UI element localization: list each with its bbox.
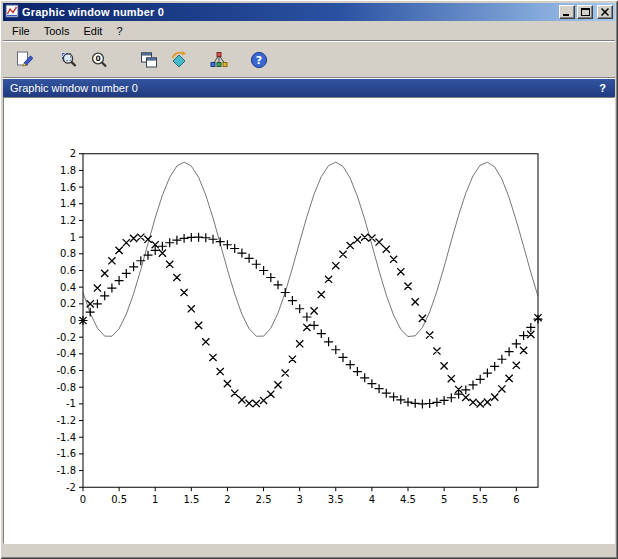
x-tick-label: 0.5 (111, 494, 127, 505)
titlebar: Graphic window number 0 (3, 3, 615, 21)
maximize-button[interactable] (577, 5, 593, 19)
pen-icon (15, 50, 35, 70)
y-tick-label: 1 (70, 232, 76, 243)
y-tick-label: -0.6 (57, 365, 76, 376)
y-tick-label: 0.4 (60, 282, 76, 293)
y-tick-label: -0.8 (57, 382, 76, 393)
y-tick-label: 0 (70, 315, 76, 326)
minimize-button[interactable] (559, 5, 575, 19)
y-tick-label: 1.4 (60, 198, 76, 209)
svg-text:0: 0 (95, 54, 100, 63)
y-tick-label: -1 (66, 398, 76, 409)
help-button[interactable]: ? (245, 46, 273, 74)
x-tick-label: 5 (441, 494, 447, 505)
menu-edit[interactable]: Edit (76, 22, 109, 40)
help-icon: ? (249, 50, 269, 70)
figure-infobar: Graphic window number 0 ? (3, 78, 615, 97)
y-tick-label: 1.6 (60, 182, 76, 193)
copy-figure-button[interactable] (135, 46, 163, 74)
copy-figure-icon (139, 50, 159, 70)
cross-markers-sin-2x (79, 234, 541, 408)
menu-help[interactable]: ? (109, 22, 129, 40)
y-tick-label: 0.2 (60, 298, 76, 309)
x-tick-label: 4 (369, 494, 375, 505)
menu-tools[interactable]: Tools (37, 22, 77, 40)
unzoom-icon: 0 (89, 50, 109, 70)
svg-text:?: ? (256, 53, 262, 66)
close-button[interactable] (597, 5, 613, 19)
pen-button[interactable] (11, 46, 39, 74)
rotate-3d-icon (169, 50, 189, 70)
x-tick-label: 5.5 (472, 494, 488, 505)
y-tick-label: 2 (70, 148, 76, 159)
y-tick-label: 1.8 (60, 165, 76, 176)
x-tick-label: 2 (224, 494, 230, 505)
x-tick-label: 1 (152, 494, 158, 505)
menu-file[interactable]: File (5, 22, 37, 40)
app-icon (5, 4, 19, 20)
toolbar: 0 (3, 41, 615, 78)
infobar-help-button[interactable]: ? (597, 82, 608, 94)
x-tick-label: 2.5 (256, 494, 272, 505)
window-title: Graphic window number 0 (22, 6, 556, 18)
y-tick-label: -1.8 (57, 465, 76, 476)
y-tick-label: 0.6 (60, 265, 76, 276)
zoom-area-icon (59, 50, 79, 70)
thin-sine-line (83, 162, 538, 336)
x-tick-label: 1.5 (183, 494, 199, 505)
x-tick-label: 3 (296, 494, 302, 505)
graphic-window: Graphic window number 0 File Tools Edit … (0, 0, 618, 559)
figure-title: Graphic window number 0 (10, 82, 138, 94)
y-tick-label: 0.8 (60, 248, 76, 259)
status-strip (3, 544, 615, 556)
x-tick-label: 6 (513, 494, 519, 505)
axes-box (83, 154, 538, 488)
y-tick-label: -1.6 (57, 448, 76, 459)
rotate-3d-button[interactable] (165, 46, 193, 74)
chart-svg: 00.511.522.533.544.555.5621.81.61.41.210… (4, 98, 614, 543)
y-tick-label: -1.4 (57, 432, 76, 443)
graphic-editor-button[interactable] (205, 46, 233, 74)
plot-canvas[interactable]: 00.511.522.533.544.555.5621.81.61.41.210… (3, 97, 615, 544)
y-tick-label: -2 (66, 482, 76, 493)
window-controls (559, 5, 613, 19)
x-tick-label: 0 (80, 494, 86, 505)
y-tick-label: -1.2 (57, 415, 76, 426)
x-tick-label: 3.5 (328, 494, 344, 505)
y-tick-label: 1.2 (60, 215, 76, 226)
menubar: File Tools Edit ? (3, 21, 615, 41)
plus-markers-sin-x (79, 233, 543, 409)
graphic-editor-icon (209, 50, 229, 70)
zoom-area-button[interactable] (55, 46, 83, 74)
x-tick-label: 4.5 (400, 494, 416, 505)
y-tick-label: -0.2 (57, 332, 76, 343)
y-tick-label: -0.4 (57, 348, 76, 359)
unzoom-button[interactable]: 0 (85, 46, 113, 74)
